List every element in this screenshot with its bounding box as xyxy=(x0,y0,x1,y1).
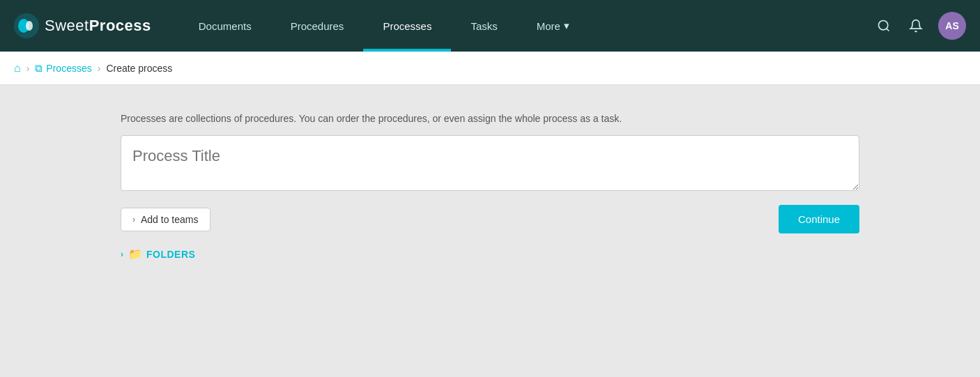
search-button[interactable] xyxy=(874,16,894,36)
breadcrumb-current: Create process xyxy=(106,63,172,74)
folders-row: › 📁 FOLDERS xyxy=(121,247,859,261)
add-to-teams-button[interactable]: › Add to teams xyxy=(121,208,210,231)
actions-row: › Add to teams Continue xyxy=(121,205,859,233)
form-description: Processes are collections of procedures.… xyxy=(121,113,859,124)
search-icon xyxy=(877,19,891,33)
notifications-button[interactable] xyxy=(906,16,926,36)
chevron-right-icon: › xyxy=(132,215,135,224)
nav-item-procedures[interactable]: Procedures xyxy=(271,0,364,52)
breadcrumb-home[interactable]: ⌂ xyxy=(14,62,21,75)
svg-point-2 xyxy=(26,21,33,31)
chevron-right-folders-icon: › xyxy=(121,249,124,259)
main-content: Processes are collections of procedures.… xyxy=(0,85,980,377)
nav-item-documents[interactable]: Documents xyxy=(179,0,271,52)
nav-item-processes[interactable]: Processes xyxy=(363,0,451,52)
form-container: Processes are collections of procedures.… xyxy=(93,113,887,261)
processes-icon: ⧉ xyxy=(35,62,43,75)
continue-button[interactable]: Continue xyxy=(779,205,859,233)
bell-icon xyxy=(909,19,923,33)
breadcrumb-sep-1: › xyxy=(26,63,30,74)
breadcrumb-bar: ⌂ › ⧉ Processes › Create process xyxy=(0,52,980,85)
user-avatar[interactable]: AS xyxy=(938,12,966,40)
logo[interactable]: SweetProcess xyxy=(14,13,151,38)
nav-item-tasks[interactable]: Tasks xyxy=(451,0,516,52)
navbar: SweetProcess Documents Procedures Proces… xyxy=(0,0,980,52)
nav-item-more[interactable]: More ▾ xyxy=(517,0,589,52)
svg-point-3 xyxy=(879,21,888,30)
chevron-down-icon: ▾ xyxy=(564,20,569,32)
breadcrumb: ⌂ › ⧉ Processes › Create process xyxy=(14,62,172,75)
nav-links: Documents Procedures Processes Tasks Mor… xyxy=(179,0,874,52)
nav-right: AS xyxy=(874,12,966,40)
breadcrumb-processes-link[interactable]: ⧉ Processes xyxy=(35,62,91,75)
breadcrumb-sep-2: › xyxy=(98,63,101,74)
folders-link[interactable]: › 📁 FOLDERS xyxy=(121,247,195,261)
svg-line-4 xyxy=(887,29,889,31)
logo-icon xyxy=(14,13,39,38)
home-icon: ⌂ xyxy=(14,62,21,75)
logo-text: SweetProcess xyxy=(45,17,151,35)
process-title-input[interactable] xyxy=(121,135,859,191)
folder-icon: 📁 xyxy=(128,247,143,261)
